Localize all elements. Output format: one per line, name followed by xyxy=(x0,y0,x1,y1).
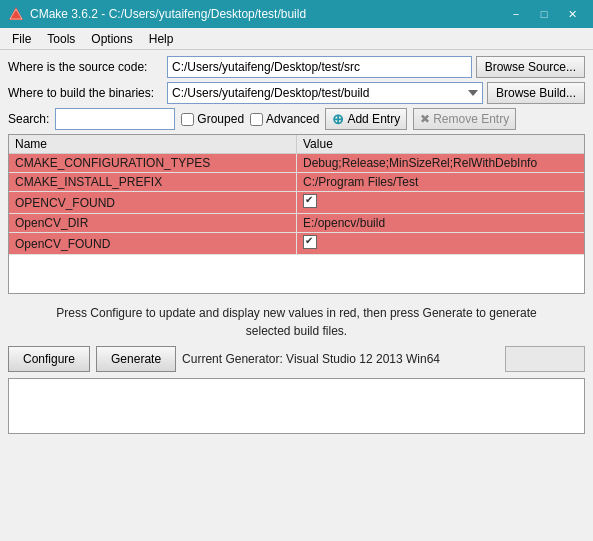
source-label: Where is the source code: xyxy=(8,60,163,74)
search-input[interactable] xyxy=(55,108,175,130)
table-body: CMAKE_CONFIGURATION_TYPESDebug;Release;M… xyxy=(9,154,584,255)
generator-empty-area xyxy=(505,346,585,372)
search-row: Search: Grouped Advanced ⊕ Add Entry ✖ R… xyxy=(8,108,585,130)
binaries-label: Where to build the binaries: xyxy=(8,86,163,100)
table-row[interactable]: CMAKE_INSTALL_PREFIXC:/Program Files/Tes… xyxy=(9,173,584,192)
table-row[interactable]: OpenCV_FOUND xyxy=(9,233,584,255)
binaries-select[interactable]: C:/Users/yutaifeng/Desktop/test/build xyxy=(167,82,483,104)
window-controls: − □ ✕ xyxy=(503,4,585,24)
binaries-row: Where to build the binaries: C:/Users/yu… xyxy=(8,82,585,104)
remove-icon: ✖ xyxy=(420,112,430,126)
generator-label: Current Generator: Visual Studio 12 2013… xyxy=(182,352,499,366)
cell-value: C:/Program Files/Test xyxy=(297,173,585,192)
grouped-checkbox-label[interactable]: Grouped xyxy=(181,112,244,126)
browse-build-button[interactable]: Browse Build... xyxy=(487,82,585,104)
cell-value xyxy=(297,233,585,255)
main-content: Where is the source code: Browse Source.… xyxy=(0,50,593,444)
status-text: Press Configure to update and display ne… xyxy=(56,306,536,338)
title-bar: CMake 3.6.2 - C:/Users/yutaifeng/Desktop… xyxy=(0,0,593,28)
status-area: Press Configure to update and display ne… xyxy=(8,298,585,346)
cell-name: CMAKE_INSTALL_PREFIX xyxy=(9,173,297,192)
cell-name: OPENCV_FOUND xyxy=(9,192,297,214)
advanced-label: Advanced xyxy=(266,112,319,126)
cell-name: CMAKE_CONFIGURATION_TYPES xyxy=(9,154,297,173)
output-area xyxy=(8,378,585,434)
checkbox-cell xyxy=(303,235,317,249)
plus-icon: ⊕ xyxy=(332,111,344,127)
entries-table-container[interactable]: Name Value CMAKE_CONFIGURATION_TYPESDebu… xyxy=(8,134,585,294)
cell-value: Debug;Release;MinSizeRel;RelWithDebInfo xyxy=(297,154,585,173)
browse-source-button[interactable]: Browse Source... xyxy=(476,56,585,78)
menu-tools[interactable]: Tools xyxy=(39,30,83,48)
configure-button[interactable]: Configure xyxy=(8,346,90,372)
grouped-label: Grouped xyxy=(197,112,244,126)
maximize-button[interactable]: □ xyxy=(531,4,557,24)
grouped-checkbox[interactable] xyxy=(181,113,194,126)
menu-help[interactable]: Help xyxy=(141,30,182,48)
remove-entry-label: Remove Entry xyxy=(433,112,509,126)
advanced-checkbox-label[interactable]: Advanced xyxy=(250,112,319,126)
app-icon xyxy=(8,6,24,22)
add-entry-label: Add Entry xyxy=(347,112,400,126)
checkbox-cell xyxy=(303,194,317,208)
bottom-row: Configure Generate Current Generator: Vi… xyxy=(8,346,585,372)
entries-table: Name Value CMAKE_CONFIGURATION_TYPESDebu… xyxy=(9,135,584,255)
advanced-checkbox[interactable] xyxy=(250,113,263,126)
table-row[interactable]: CMAKE_CONFIGURATION_TYPESDebug;Release;M… xyxy=(9,154,584,173)
source-input[interactable] xyxy=(167,56,472,78)
minimize-button[interactable]: − xyxy=(503,4,529,24)
table-row[interactable]: OPENCV_FOUND xyxy=(9,192,584,214)
search-label: Search: xyxy=(8,112,49,126)
table-row[interactable]: OpenCV_DIRE:/opencv/build xyxy=(9,214,584,233)
cell-value xyxy=(297,192,585,214)
menu-options[interactable]: Options xyxy=(83,30,140,48)
remove-entry-button[interactable]: ✖ Remove Entry xyxy=(413,108,516,130)
source-row: Where is the source code: Browse Source.… xyxy=(8,56,585,78)
col-header-value: Value xyxy=(297,135,585,154)
cell-name: OpenCV_FOUND xyxy=(9,233,297,255)
cell-name: OpenCV_DIR xyxy=(9,214,297,233)
menu-file[interactable]: File xyxy=(4,30,39,48)
col-header-name: Name xyxy=(9,135,297,154)
window-title: CMake 3.6.2 - C:/Users/yutaifeng/Desktop… xyxy=(30,7,503,21)
generate-button[interactable]: Generate xyxy=(96,346,176,372)
close-button[interactable]: ✕ xyxy=(559,4,585,24)
cell-value: E:/opencv/build xyxy=(297,214,585,233)
add-entry-button[interactable]: ⊕ Add Entry xyxy=(325,108,407,130)
menu-bar: File Tools Options Help xyxy=(0,28,593,50)
